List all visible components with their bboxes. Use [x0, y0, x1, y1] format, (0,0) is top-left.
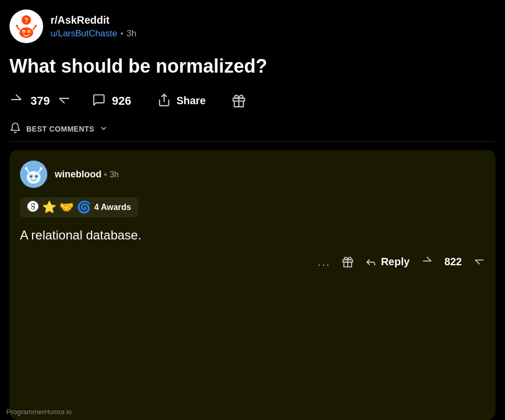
svg-point-26 — [25, 167, 28, 170]
award-group[interactable] — [232, 94, 246, 108]
comment-downvote-icon — [473, 255, 485, 266]
comment-upvote-button[interactable] — [421, 254, 433, 270]
username[interactable]: u/LarsButChaste — [50, 28, 117, 39]
svg-point-10 — [16, 25, 18, 27]
award-4-icon: 🌀 — [77, 201, 91, 214]
comment-user-info: wineblood • 3h — [55, 169, 119, 180]
share-label: Share — [176, 95, 206, 107]
page-wrapper: ? r/AskReddit — [0, 0, 505, 420]
comment-upvote-icon — [421, 255, 433, 266]
award-comment-button[interactable] — [342, 256, 354, 268]
sort-icon — [9, 122, 21, 136]
award-comment-icon — [342, 256, 354, 268]
comment-count: 926 — [112, 94, 132, 108]
best-comments-bar[interactable]: BEST COMMENTS — [9, 122, 496, 142]
comment-dot-sep: • — [104, 169, 109, 179]
comment-username[interactable]: wineblood — [55, 169, 102, 179]
dot-separator: • — [120, 28, 124, 39]
share-group[interactable]: Share — [157, 93, 206, 109]
action-bar: 379 926 — [9, 92, 496, 109]
post-title: What should be normalized? — [9, 55, 496, 77]
svg-point-6 — [23, 31, 25, 33]
commenter-avatar-image — [21, 162, 46, 187]
comment-body: A relational database. — [20, 227, 485, 243]
svg-point-12 — [24, 33, 25, 34]
reply-icon — [365, 256, 377, 268]
post-meta: r/AskReddit u/LarsButChaste • 3h — [50, 14, 137, 39]
chevron-down-icon — [99, 124, 108, 134]
watermark-text: ProgrammerHumor.io — [6, 408, 72, 416]
svg-point-14 — [27, 33, 28, 34]
post-header: ? r/AskReddit — [9, 9, 496, 43]
svg-point-23 — [35, 176, 37, 178]
best-comments-label: BEST COMMENTS — [26, 125, 94, 133]
watermark: ProgrammerHumor.io — [6, 408, 72, 416]
vote-count: 379 — [31, 94, 50, 108]
post-time: 3h — [127, 28, 137, 39]
upvote-icon — [9, 92, 23, 106]
comment-group: 926 — [92, 93, 132, 109]
svg-point-27 — [40, 167, 43, 170]
comment-vote-count: 822 — [445, 256, 462, 268]
comment-bubble-icon — [92, 93, 106, 107]
downvote-button[interactable] — [57, 92, 71, 109]
comment-card: wineblood • 3h 🅢 ⭐ 🤝 🌀 4 Awards A relati… — [9, 150, 496, 420]
svg-point-3 — [19, 27, 33, 38]
vote-group: 379 — [9, 92, 71, 109]
comment-icon — [92, 93, 106, 109]
subreddit-name: r/AskReddit — [50, 14, 137, 26]
award-icon — [232, 94, 246, 108]
more-options-button[interactable]: ... — [318, 255, 330, 269]
chevron-icon — [99, 124, 108, 133]
awards-badge: 🅢 ⭐ 🤝 🌀 4 Awards — [20, 197, 138, 217]
comment-time: 3h — [109, 170, 119, 179]
award-2-icon: ⭐ — [42, 201, 56, 214]
downvote-icon — [57, 92, 71, 106]
svg-point-13 — [26, 34, 27, 35]
award-3-icon: 🤝 — [59, 201, 74, 214]
comment-avatar — [20, 161, 47, 188]
comment-actions: ... Reply — [20, 254, 485, 270]
avatar-image: ? — [11, 11, 42, 42]
award-1-icon: 🅢 — [27, 201, 39, 214]
reply-label: Reply — [381, 256, 409, 268]
bell-icon — [9, 122, 21, 134]
subreddit-avatar: ? — [9, 9, 43, 43]
svg-text:?: ? — [24, 17, 28, 24]
awards-row: 🅢 ⭐ 🤝 🌀 4 Awards — [20, 197, 485, 217]
awards-count: 4 Awards — [94, 203, 131, 212]
svg-point-22 — [30, 176, 32, 178]
comment-header: wineblood • 3h — [20, 161, 485, 188]
svg-point-7 — [28, 31, 30, 33]
upvote-button[interactable] — [9, 92, 23, 109]
share-icon — [157, 93, 171, 109]
svg-point-11 — [35, 25, 37, 27]
user-time-row: u/LarsButChaste • 3h — [50, 28, 137, 39]
reply-button[interactable]: Reply — [365, 256, 409, 268]
comment-downvote-button[interactable] — [473, 254, 485, 270]
share-box-icon — [157, 93, 171, 107]
